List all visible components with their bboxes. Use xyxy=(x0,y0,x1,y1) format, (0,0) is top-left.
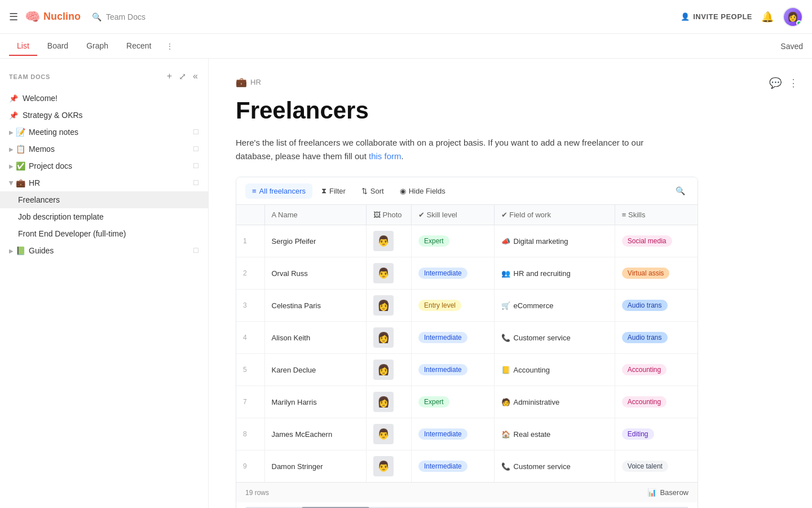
invite-people-button[interactable]: 👤 INVITE PEOPLE xyxy=(681,12,752,21)
avatar[interactable]: 👩 xyxy=(783,7,803,27)
search-placeholder: Team Docs xyxy=(106,12,145,21)
checkbox-icon: ☐ xyxy=(193,247,199,255)
cell-skills: Accounting xyxy=(615,386,698,418)
table-row[interactable]: 5 Karen Declue 👩 Intermediate 📒 Accounti… xyxy=(236,354,698,386)
skills-badge: Editing xyxy=(622,428,654,440)
cell-skills: Audio trans xyxy=(615,290,698,322)
hr-emoji: 💼 xyxy=(16,178,25,187)
photo-emoji: 👨 xyxy=(377,267,390,279)
col-field-label: Field of work xyxy=(509,211,551,219)
cell-field-of-work: 👥 HR and recruiting xyxy=(494,257,615,290)
col-header-photo[interactable]: 🖼 Photo xyxy=(366,205,411,225)
row-number: 7 xyxy=(236,386,264,418)
photo-thumbnail: 👨 xyxy=(373,231,394,251)
photo-emoji: 👨 xyxy=(377,235,390,247)
add-item-icon[interactable]: + xyxy=(166,70,173,83)
name-icon: A xyxy=(272,211,276,219)
photo-emoji: 👩 xyxy=(377,331,390,344)
tab-graph[interactable]: Graph xyxy=(78,37,116,56)
breadcrumb-text: HR xyxy=(250,78,261,86)
table-row[interactable]: 8 James McEachern 👨 Intermediate 🏠 Real … xyxy=(236,418,698,450)
sidebar-item-job-description[interactable]: Job description template xyxy=(0,208,208,225)
sidebar-item-guides[interactable]: ▶ 📗 Guides ☐ xyxy=(0,242,208,259)
col-header-name[interactable]: A Name xyxy=(264,205,366,225)
sidebar-item-front-end-dev[interactable]: Front End Developer (full-time) xyxy=(0,225,208,242)
skill-level-badge: Expert xyxy=(418,235,449,247)
cell-skills: Social media xyxy=(615,225,698,257)
cell-field-of-work: 🛒 eCommerce xyxy=(494,290,615,322)
cell-skill-level: Entry level xyxy=(411,290,494,322)
invite-icon: 👤 xyxy=(681,12,690,21)
col-header-skill-level[interactable]: ✔ Skill level xyxy=(411,205,494,225)
cell-name: Karen Declue xyxy=(264,354,366,386)
sidebar-item-label: Welcome! xyxy=(23,94,199,103)
sort-button[interactable]: ⇅ Sort xyxy=(355,183,391,199)
sidebar-item-label: Memos xyxy=(29,144,193,154)
field-work-cell: 🧑 Administrative xyxy=(501,398,608,406)
field-work-cell: 📞 Customer service xyxy=(501,462,608,471)
cell-photo: 👩 xyxy=(366,354,411,386)
baserow-label: Baserow xyxy=(660,488,689,497)
hide-icon: ◉ xyxy=(400,187,406,195)
tab-list[interactable]: List xyxy=(9,37,37,56)
hide-fields-button[interactable]: ◉ Hide Fields xyxy=(393,183,452,199)
photo-thumbnail: 👩 xyxy=(373,392,394,412)
cell-name: Alison Keith xyxy=(264,322,366,354)
sidebar-item-label: Project docs xyxy=(29,161,193,170)
skill-level-badge: Intermediate xyxy=(418,364,467,375)
more-options-icon[interactable]: ⋮ xyxy=(788,77,798,89)
col-photo-label: Photo xyxy=(383,211,402,219)
tab-recent[interactable]: Recent xyxy=(118,37,159,56)
hamburger-menu[interactable]: ☰ xyxy=(9,11,18,23)
sidebar-item-strategy[interactable]: 📌 Strategy & OKRs xyxy=(0,107,208,124)
col-header-field-of-work[interactable]: ✔ Field of work xyxy=(494,205,615,225)
sidebar-item-hr[interactable]: ▶ 💼 HR ☐ xyxy=(0,174,208,191)
cell-skill-level: Expert xyxy=(411,386,494,418)
all-freelancers-button[interactable]: ≡ All freelancers xyxy=(245,183,312,199)
logo[interactable]: 🧠 Nuclino xyxy=(25,10,81,24)
cell-field-of-work: 📞 Customer service xyxy=(494,450,615,483)
photo-thumbnail: 👩 xyxy=(373,360,394,380)
notifications-bell-icon[interactable]: 🔔 xyxy=(761,11,774,23)
skill-level-badge: Expert xyxy=(418,396,449,408)
tab-board[interactable]: Board xyxy=(39,37,76,56)
field-text: eCommerce xyxy=(514,301,554,310)
sidebar-item-welcome[interactable]: 📌 Welcome! xyxy=(0,90,208,107)
cell-skills: Editing xyxy=(615,418,698,450)
filter-button[interactable]: ⧗ Filter xyxy=(315,183,352,199)
field-text: Administrative xyxy=(514,398,560,406)
field-emoji: 📞 xyxy=(501,462,510,471)
photo-thumbnail: 👨 xyxy=(373,424,394,444)
tabs-more-icon[interactable]: ⋮ xyxy=(161,37,178,55)
sidebar-item-label: Front End Developer (full-time) xyxy=(18,229,126,238)
col-skill-label: Skill level xyxy=(427,211,457,219)
photo-icon: 🖼 xyxy=(373,211,381,219)
sidebar-item-memos[interactable]: ▶ 📋 Memos ☐ xyxy=(0,141,208,157)
sidebar-item-freelancers[interactable]: Freelancers xyxy=(0,191,208,208)
project-docs-emoji: ✅ xyxy=(16,161,25,170)
table-search-icon[interactable]: 🔍 xyxy=(672,183,689,199)
comment-icon[interactable]: 💬 xyxy=(769,77,782,89)
table-row[interactable]: 1 Sergio Pfeifer 👨 Expert 📣 Digital mark… xyxy=(236,225,698,257)
field-text: HR and recruiting xyxy=(514,269,571,278)
search-bar[interactable]: 🔍 Team Docs xyxy=(92,12,681,21)
table-row[interactable]: 7 Marilyn Harris 👩 Expert 🧑 Administrati… xyxy=(236,386,698,418)
logo-text: Nuclino xyxy=(43,11,81,23)
nav-right: 👤 INVITE PEOPLE 🔔 👩 xyxy=(681,7,803,27)
tabs-bar: List Board Graph Recent ⋮ Saved xyxy=(0,34,812,59)
table-row[interactable]: 9 Damon Stringer 👨 Intermediate 📞 Custom… xyxy=(236,450,698,483)
table-row[interactable]: 4 Alison Keith 👩 Intermediate 📞 Customer… xyxy=(236,322,698,354)
expand-icon[interactable]: ⤢ xyxy=(178,70,187,83)
saved-status: Saved xyxy=(780,42,803,51)
col-header-skills[interactable]: ≡ Skills xyxy=(615,205,698,225)
freelancers-table: A Name 🖼 Photo ✔ Skill level ✔ xyxy=(236,205,698,482)
table-row[interactable]: 3 Celestina Paris 👩 Entry level 🛒 eComme… xyxy=(236,290,698,322)
chevron-right-icon: ▶ xyxy=(9,129,14,135)
form-link[interactable]: this form xyxy=(369,151,401,161)
sidebar-item-meeting-notes[interactable]: ▶ 📝 Meeting notes ☐ xyxy=(0,124,208,141)
table-row[interactable]: 2 Orval Russ 👨 Intermediate 👥 HR and rec… xyxy=(236,257,698,290)
cell-name: Sergio Pfeifer xyxy=(264,225,366,257)
collapse-sidebar-icon[interactable]: « xyxy=(192,70,199,83)
skill-level-badge: Entry level xyxy=(418,300,461,311)
sidebar-item-project-docs[interactable]: ▶ ✅ Project docs ☐ xyxy=(0,157,208,174)
